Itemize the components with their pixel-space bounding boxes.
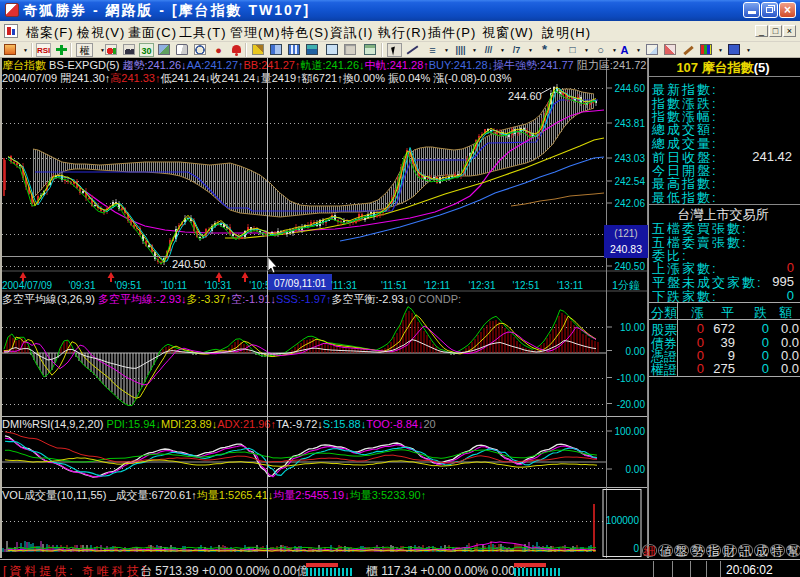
svg-text:244.60: 244.60 <box>508 90 542 102</box>
svg-text:多空平均線(3,26,9) 多空平均線:-2.93↓多:-3: 多空平均線(3,26,9) 多空平均線:-2.93↓多:-3.37↑空:-1.9… <box>2 293 461 305</box>
svg-text:-20.00: -20.00 <box>617 399 646 410</box>
svg-text:'13:11: '13:11 <box>557 280 584 291</box>
svg-text:'11:31: '11:31 <box>331 280 358 291</box>
svg-text:243.81: 243.81 <box>614 118 645 129</box>
svg-text:摩台指數 BS-EXPGD(5) 趨勢:241.26↓AA:: 摩台指數 BS-EXPGD(5) 趨勢:241.26↓AA:241.27↑BB:… <box>2 59 700 71</box>
svg-text:07/09,11:01: 07/09,11:01 <box>274 278 327 289</box>
svg-text:100.00: 100.00 <box>614 426 645 437</box>
svg-text:100000: 100000 <box>606 515 640 526</box>
svg-text:0: 0 <box>633 543 639 554</box>
svg-text:242.54: 242.54 <box>614 176 645 187</box>
svg-text:'12:11: '12:11 <box>424 280 451 291</box>
svg-text:(121): (121) <box>614 228 637 239</box>
svg-text:'10:11: '10:11 <box>161 280 188 291</box>
svg-text:'09:51: '09:51 <box>115 280 142 291</box>
svg-text:-10.00: -10.00 <box>617 373 646 384</box>
svg-text:2004/07/09: 2004/07/09 <box>2 280 52 291</box>
svg-text:'10:31: '10:31 <box>205 280 232 291</box>
svg-text:240.50: 240.50 <box>172 258 206 270</box>
svg-text:DMI%RSI(14,9,2,20) PDI:15.94↓M: DMI%RSI(14,9,2,20) PDI:15.94↓MDI:23.89↓A… <box>2 418 436 430</box>
svg-text:0.00: 0.00 <box>626 464 646 475</box>
svg-text:242.06: 242.06 <box>614 198 645 209</box>
svg-text:0.00: 0.00 <box>626 346 646 357</box>
svg-text:'12:51: '12:51 <box>513 280 540 291</box>
svg-text:240.50: 240.50 <box>614 261 645 272</box>
svg-text:10.00: 10.00 <box>620 322 645 333</box>
svg-text:2004/07/09 開241.30↑高241.33↑低24: 2004/07/09 開241.30↑高241.33↑低241.24↓收241.… <box>2 72 512 84</box>
svg-text:'11:51: '11:51 <box>381 280 408 291</box>
svg-text:244.60: 244.60 <box>614 83 645 94</box>
svg-text:1分鐘: 1分鐘 <box>612 279 640 291</box>
svg-text:'12:31: '12:31 <box>469 280 496 291</box>
svg-text:'09:31: '09:31 <box>69 280 96 291</box>
svg-text:240.83: 240.83 <box>610 243 642 255</box>
svg-text:243.03: 243.03 <box>614 153 645 164</box>
svg-text:VOL成交量(10,11,55) _成交量:6720.61↑: VOL成交量(10,11,55) _成交量:6720.61↑均量1:5265.4… <box>2 489 426 501</box>
